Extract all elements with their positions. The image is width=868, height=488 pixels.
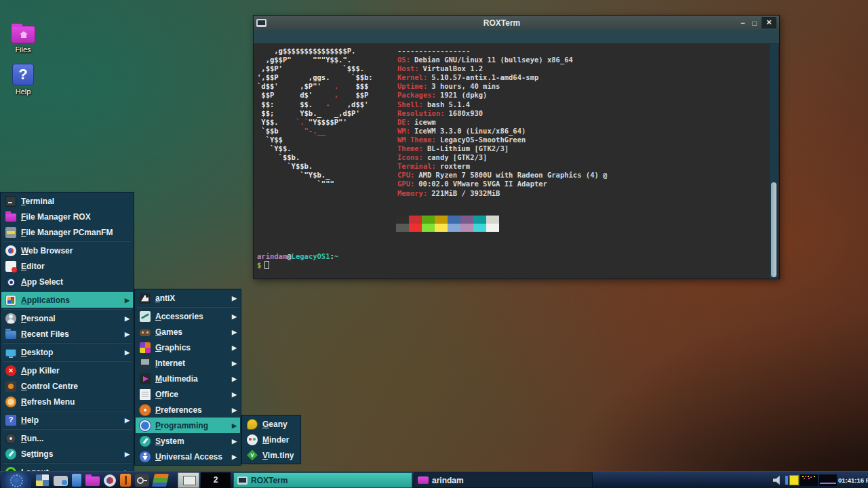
key-icon[interactable]: [135, 474, 149, 487]
menu-item[interactable]: Graphics: [136, 340, 240, 355]
scrollbar-thumb[interactable]: [771, 182, 776, 277]
menu-item[interactable]: Refresh Menu: [1, 394, 133, 409]
menu-item[interactable]: Internet: [136, 355, 240, 371]
briefcase-icon[interactable]: [54, 476, 68, 486]
scrollbar[interactable]: [770, 44, 778, 279]
neofetch-info-line: Kernel:5.10.57-antix.1-amd64-smp: [397, 73, 607, 82]
palette-block: [435, 224, 448, 232]
neofetch-info-line: Theme:BL-Lithium [GTK2/3]: [397, 144, 607, 153]
neofetch-info-line: Resolution:1680x930: [397, 109, 607, 118]
maximize-button[interactable]: □: [749, 19, 760, 27]
folder-blue-icon: [5, 331, 16, 339]
menu-item[interactable]: Terminal: [1, 193, 133, 209]
menu-item[interactable]: System: [136, 433, 240, 449]
menu-item[interactable]: Settings: [1, 446, 133, 462]
app-grid-icon: [5, 295, 16, 306]
neofetch-info-line: Terminal:roxterm: [397, 162, 607, 171]
file-blue-icon[interactable]: [72, 474, 81, 487]
submenu-arrow-icon: [125, 417, 130, 424]
task-button-arindam[interactable]: arindam: [414, 472, 593, 488]
menu-item[interactable]: Applications: [1, 292, 133, 308]
roxterm-window: ROXTerm − □ × ,g$$$$$$$$$$$$$$$P. ,g$$P"…: [253, 15, 780, 279]
menu-item[interactable]: Personal: [1, 310, 133, 326]
palette-block: [435, 216, 448, 224]
layers-icon[interactable]: [152, 474, 169, 487]
menu-item[interactable]: Desktop: [1, 344, 133, 360]
app-grid-icon[interactable]: [35, 474, 50, 487]
workspace-1-button[interactable]: [178, 472, 199, 488]
control-icon: [5, 381, 16, 392]
prefs-icon: [140, 405, 151, 415]
folder-home-icon: [11, 26, 35, 43]
desktop-icon-files[interactable]: Files: [4, 26, 42, 54]
menu-separator: [3, 462, 132, 464]
access-icon: [140, 451, 151, 462]
menu-item[interactable]: Web Browser: [1, 243, 133, 258]
menu-item[interactable]: File Manager PCmanFM: [1, 224, 133, 240]
submenu-arrow-icon: [232, 391, 237, 398]
terminal-content[interactable]: ,g$$$$$$$$$$$$$$$P. ,g$$P" """Y$$.". ,$$…: [254, 44, 779, 279]
terminal-icon: [237, 476, 248, 485]
menu-item[interactable]: antiX: [136, 290, 240, 306]
palette-block: [473, 224, 486, 232]
folder-file-icon: [5, 227, 16, 238]
close-button[interactable]: ×: [762, 17, 776, 28]
tray-notification-icon[interactable]: [789, 475, 799, 485]
submenu-arrow-icon: [232, 360, 237, 367]
menu-item[interactable]: Geany: [243, 416, 300, 432]
taskbar: 2 ROXTerm arindam 01:41:16 PM: [0, 471, 868, 488]
menu-item[interactable]: App Killer: [1, 363, 133, 378]
menu-separator: [3, 428, 132, 430]
volume-icon[interactable]: [773, 475, 783, 485]
submenu-arrow-icon: [125, 297, 130, 304]
menu-item[interactable]: Run...: [1, 430, 133, 446]
palette-block: [448, 224, 460, 232]
submenu-arrow-icon: [232, 295, 237, 302]
palette-block: [473, 216, 486, 224]
menu-item[interactable]: Minder: [243, 432, 300, 447]
menu-item[interactable]: Accessories: [136, 308, 240, 324]
run-icon: [5, 433, 16, 444]
start-menu-swirl-icon[interactable]: [1, 472, 31, 488]
compass-icon[interactable]: [104, 474, 116, 487]
menu-item[interactable]: Preferences: [136, 402, 240, 418]
neofetch-info-line: Icons:candy [GTK2/3]: [397, 153, 607, 162]
menu-item[interactable]: Editor: [1, 258, 133, 274]
minder-icon: [247, 434, 258, 445]
cpu-monitor[interactable]: [800, 474, 818, 486]
menu-item[interactable]: App Select: [1, 274, 133, 289]
prompt-dollar: $: [257, 261, 269, 269]
neofetch-info-line: WM:IceWM 3.3.0 (Linux/x86_64): [397, 127, 607, 136]
applications-submenu: antiX Accessories Games Graphics Interne…: [134, 289, 241, 466]
palette-block: [396, 224, 409, 232]
menu-item[interactable]: Control Centre: [1, 378, 133, 394]
orange-tool-icon[interactable]: [120, 474, 131, 487]
neofetch-info-line: GPU:00:02.0 VMware SVGA II Adapter: [397, 180, 607, 188]
menu-item[interactable]: Games: [136, 324, 240, 340]
terminal-cursor: [264, 261, 269, 269]
task-button-roxterm[interactable]: ROXTerm: [233, 472, 412, 488]
kill-icon: [5, 365, 16, 376]
programming-icon: [140, 420, 151, 431]
palette-block: [396, 216, 409, 224]
menu-item[interactable]: Office: [136, 386, 240, 402]
palette-block: [460, 224, 473, 232]
menu-item[interactable]: Programming: [136, 418, 240, 433]
menu-item[interactable]: Recent Files: [1, 326, 133, 342]
menu-separator: [3, 308, 132, 310]
folder-pink-icon[interactable]: [85, 476, 100, 486]
neofetch-info-line: Uptime:3 hours, 40 mins: [397, 82, 607, 91]
desktop-icon-help[interactable]: ? Help: [4, 64, 42, 96]
refresh-icon: [5, 396, 16, 407]
workspace-2-button[interactable]: 2: [201, 472, 231, 488]
vim-icon: [247, 450, 258, 461]
network-monitor[interactable]: [819, 474, 837, 486]
menu-item[interactable]: Help: [1, 412, 133, 428]
menu-item[interactable]: Multimedia: [136, 371, 240, 386]
menu-item[interactable]: Vim.tiny: [243, 447, 300, 463]
minimize-button[interactable]: −: [737, 19, 749, 27]
submenu-arrow-icon: [232, 313, 237, 320]
menu-item[interactable]: Universal Access: [136, 449, 240, 464]
window-titlebar[interactable]: ROXTerm − □ ×: [254, 16, 779, 30]
menu-item[interactable]: File Manager ROX: [1, 209, 133, 224]
